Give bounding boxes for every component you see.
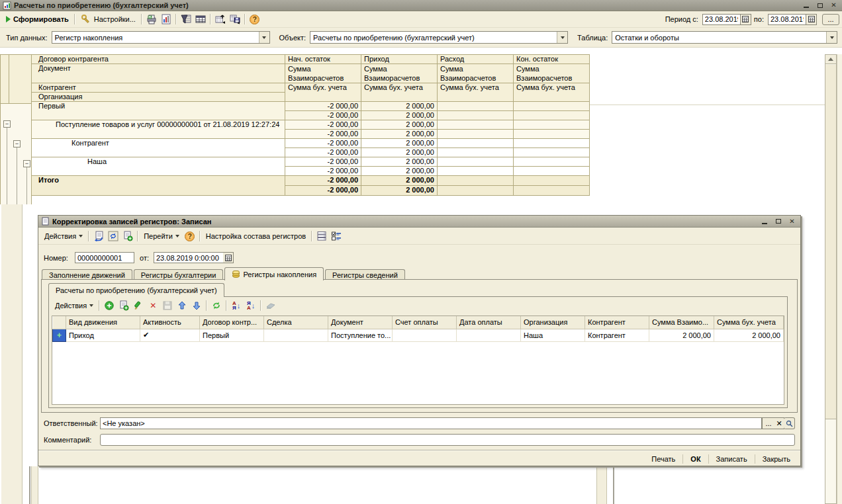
print-settings-button[interactable]: [144, 13, 159, 26]
cell-sum2[interactable]: 2 000,00: [714, 329, 784, 341]
responsible-select-button[interactable]: ...: [762, 417, 775, 429]
responsible-input[interactable]: [100, 417, 762, 429]
settings-button[interactable]: Настройки...: [77, 13, 139, 26]
cell-pay-date[interactable]: [457, 329, 521, 341]
generate-button[interactable]: Сформировать: [3, 13, 72, 26]
table-button[interactable]: [193, 13, 208, 26]
period-from-input[interactable]: [702, 14, 741, 25]
date-label: от:: [140, 254, 149, 262]
copy-document-button[interactable]: [120, 230, 135, 243]
period-to-label: по:: [754, 15, 764, 23]
vertical-scrollbar[interactable]: [825, 54, 837, 504]
edit-row-button[interactable]: [131, 299, 146, 312]
grid-actions-button[interactable]: Действия: [52, 299, 97, 312]
end-edit-button[interactable]: [160, 299, 175, 312]
cell-contract[interactable]: Первый: [200, 329, 264, 341]
calendar-icon: [225, 255, 232, 261]
register-setup-button[interactable]: Настройка состава регистров: [203, 230, 309, 243]
close-button[interactable]: Закрыть: [757, 454, 796, 464]
filter-button[interactable]: [179, 13, 193, 26]
tree-line: [17, 147, 17, 204]
tree-collapse-icon[interactable]: −: [3, 120, 11, 128]
move-down-button[interactable]: [189, 299, 204, 312]
coins-icon: [232, 271, 240, 278]
copy-row-button[interactable]: [117, 299, 131, 312]
column-header[interactable]: Вид движения: [66, 316, 140, 329]
inner-register-tab[interactable]: Расчеты по приобретению (бухгалтерский у…: [48, 283, 224, 297]
chevron-down-icon[interactable]: [826, 32, 837, 43]
tree-collapse-icon[interactable]: −: [13, 140, 21, 147]
help-button[interactable]: ?: [248, 13, 262, 26]
object-combo[interactable]: Расчеты по приобретению (бухгалтерский у…: [310, 31, 568, 44]
period-to-calendar-button[interactable]: [806, 14, 817, 25]
cell-deal[interactable]: [264, 329, 328, 341]
responsible-lookup-button[interactable]: [784, 417, 795, 429]
cell-active[interactable]: ✔: [140, 329, 200, 341]
scrollbar-thumb[interactable]: [825, 65, 836, 419]
goto-button[interactable]: Перейти: [140, 230, 183, 243]
reread-button[interactable]: [91, 230, 106, 243]
move-up-button[interactable]: [175, 299, 189, 312]
add-row-button[interactable]: [102, 299, 117, 312]
tree-collapse-icon[interactable]: −: [23, 160, 30, 167]
refresh-list-button[interactable]: [209, 299, 224, 312]
sort-desc-button[interactable]: ЯА ↓: [244, 300, 258, 311]
column-header[interactable]: Сделка: [264, 316, 328, 329]
chevron-down-icon[interactable]: [557, 32, 567, 43]
write-button[interactable]: Записать: [710, 454, 753, 464]
close-icon[interactable]: ✕: [828, 1, 839, 10]
cell-account[interactable]: [393, 329, 457, 341]
chart-button[interactable]: [159, 13, 173, 26]
responsible-clear-button[interactable]: ✕: [774, 417, 784, 429]
cell-organization[interactable]: Наша: [521, 329, 585, 341]
date-calendar-button[interactable]: [223, 252, 234, 263]
chevron-down-icon[interactable]: [259, 32, 269, 43]
grid-data-row[interactable]: + Приход ✔ Первый Поступление то... Наша…: [53, 329, 784, 341]
period-to-input[interactable]: [768, 14, 806, 25]
save-values-button[interactable]: [228, 13, 242, 26]
header-split-line: [589, 105, 825, 105]
dialog-actions-button[interactable]: Действия: [41, 230, 86, 243]
cell-kind[interactable]: Приход: [66, 329, 140, 341]
cell-contragent[interactable]: Контрагент: [585, 329, 649, 341]
grid-toolbar: Действия: [49, 297, 787, 314]
column-header[interactable]: Документ: [328, 316, 393, 329]
dialog-toolbar: Действия: [38, 228, 800, 245]
register-checklist-button[interactable]: [329, 230, 344, 243]
ok-button[interactable]: ОК: [684, 454, 706, 464]
data-type-combo[interactable]: Регистр накопления: [52, 31, 270, 44]
period-from-calendar-button[interactable]: [741, 14, 751, 25]
restore-icon[interactable]: [814, 1, 825, 10]
number-input[interactable]: [75, 252, 134, 263]
date-input[interactable]: [154, 252, 224, 263]
register-list-button[interactable]: [314, 230, 329, 243]
set-interval-button[interactable]: [263, 299, 278, 312]
refresh-button[interactable]: [106, 230, 120, 243]
column-header[interactable]: Дата оплаты: [457, 316, 521, 329]
header-cell: Сумма бух. учета: [514, 83, 590, 102]
delete-row-button[interactable]: ✕: [146, 299, 160, 312]
sort-asc-button[interactable]: АЯ ↓: [229, 300, 244, 311]
period-more-button[interactable]: ...: [822, 14, 839, 25]
column-header[interactable]: Организация: [521, 316, 585, 329]
column-header[interactable]: Сумма бух. учета: [714, 316, 784, 329]
column-header[interactable]: Счет оплаты: [393, 316, 457, 329]
restore-values-button[interactable]: [213, 13, 228, 26]
dialog-maximize-icon[interactable]: [772, 217, 784, 226]
dialog-help-button[interactable]: ?: [183, 230, 197, 243]
table-combo[interactable]: Остатки и обороты: [612, 31, 837, 44]
cell-sum1[interactable]: 2 000,00: [649, 329, 714, 341]
column-header[interactable]: Контрагент: [585, 316, 649, 329]
column-header[interactable]: Сумма Взаимо...: [649, 316, 714, 329]
minimize-icon[interactable]: [800, 1, 812, 10]
scroll-up-icon[interactable]: [825, 55, 836, 64]
current-row-marker[interactable]: +: [53, 329, 66, 341]
tab-accumulation-registers[interactable]: Регистры накопления: [224, 267, 324, 280]
column-header[interactable]: Активность: [140, 316, 200, 329]
dialog-close-icon[interactable]: ✕: [786, 217, 798, 226]
column-header[interactable]: Договор контр...: [200, 316, 264, 329]
comment-input[interactable]: [100, 434, 795, 446]
print-button[interactable]: Печать: [645, 454, 681, 464]
cell-document[interactable]: Поступление то...: [328, 329, 393, 341]
dialog-minimize-icon[interactable]: [759, 217, 770, 226]
